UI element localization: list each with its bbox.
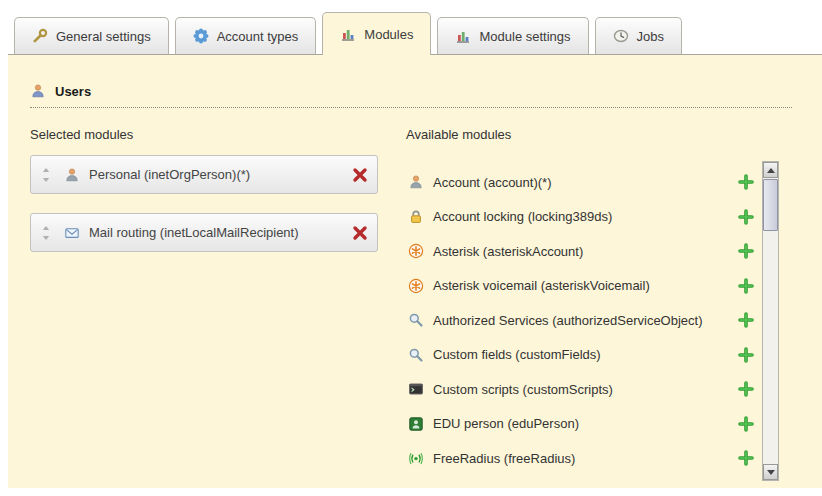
section-title: Users [55, 84, 91, 99]
magnifier-icon [408, 347, 424, 363]
users-section-header: Users [30, 83, 792, 108]
available-module-label: Custom fields (customFields) [433, 347, 738, 362]
tab-label: Jobs [637, 29, 664, 44]
selected-module-label: Personal (inetOrgPerson)(*) [89, 167, 352, 182]
available-module-label: Account (account)(*) [433, 175, 738, 190]
mail-icon [64, 225, 80, 241]
available-module-label: Asterisk (asteriskAccount) [433, 244, 738, 259]
selected-module-label: Mail routing (inetLocalMailRecipient) [89, 225, 352, 240]
modules-panel: Users Selected modules Available modules… [8, 55, 822, 488]
badge-icon [193, 28, 209, 44]
tab-label: General settings [56, 29, 151, 44]
edu-person-icon [408, 416, 424, 432]
add-module-button[interactable] [738, 209, 754, 225]
user-icon [30, 83, 46, 99]
available-modules-heading: Available modules [406, 127, 511, 142]
available-module-row: Asterisk (asteriskAccount) [408, 234, 754, 269]
antenna-icon [408, 450, 424, 466]
tab-jobs[interactable]: Jobs [595, 17, 682, 54]
available-module-row: Custom scripts (customScripts) [408, 372, 754, 407]
selected-modules-list: Personal (inetOrgPerson)(*) Mail routing… [30, 155, 378, 271]
remove-module-button[interactable] [352, 225, 368, 241]
magnifier-icon [408, 312, 424, 328]
selected-modules-heading: Selected modules [30, 127, 133, 142]
drag-handle-icon[interactable] [40, 225, 52, 241]
tab-bar: General settings Account types Modules M… [8, 10, 822, 55]
person-icon [408, 174, 424, 190]
tab-label: Account types [217, 29, 299, 44]
add-module-button[interactable] [738, 347, 754, 363]
asterisk-icon [408, 243, 424, 259]
available-module-label: Account locking (locking389ds) [433, 209, 738, 224]
chart-icon [340, 26, 356, 42]
tab-module-settings[interactable]: Module settings [437, 17, 588, 54]
lock-icon [408, 209, 424, 225]
clock-icon [613, 28, 629, 44]
tab-account-types[interactable]: Account types [175, 17, 317, 54]
arrow-up-icon [767, 168, 775, 173]
available-module-label: Custom scripts (customScripts) [433, 382, 738, 397]
available-module-label: EDU person (eduPerson) [433, 416, 738, 431]
available-module-row: EDU person (eduPerson) [408, 407, 754, 442]
wrench-icon [32, 28, 48, 44]
selected-module-row[interactable]: Mail routing (inetLocalMailRecipient) [30, 213, 378, 252]
available-module-label: Authorized Services (authorizedServiceOb… [433, 313, 738, 328]
asterisk-icon [408, 278, 424, 294]
scroll-down-button[interactable] [763, 464, 778, 480]
add-module-button[interactable] [738, 450, 754, 466]
add-module-button[interactable] [738, 174, 754, 190]
drag-handle-icon[interactable] [40, 167, 52, 183]
add-module-button[interactable] [738, 278, 754, 294]
available-module-row: Custom fields (customFields) [408, 338, 754, 373]
add-module-button[interactable] [738, 243, 754, 259]
chart-icon [455, 28, 471, 44]
available-module-label: FreeRadius (freeRadius) [433, 451, 738, 466]
scrollbar-thumb[interactable] [763, 179, 778, 231]
add-module-button[interactable] [738, 381, 754, 397]
available-modules-scrollbar[interactable] [762, 161, 779, 481]
available-modules-list: Account (account)(*) Account locking (lo… [408, 165, 754, 476]
arrow-down-icon [767, 470, 775, 475]
available-module-row: Authorized Services (authorizedServiceOb… [408, 303, 754, 338]
tab-label: Module settings [479, 29, 570, 44]
available-module-row: Account locking (locking389ds) [408, 200, 754, 235]
available-module-row: FreeRadius (freeRadius) [408, 441, 754, 476]
terminal-icon [408, 381, 424, 397]
available-module-row: Account (account)(*) [408, 165, 754, 200]
available-module-row: Asterisk voicemail (asteriskVoicemail) [408, 269, 754, 304]
add-module-button[interactable] [738, 416, 754, 432]
add-module-button[interactable] [738, 312, 754, 328]
remove-module-button[interactable] [352, 167, 368, 183]
tab-label: Modules [364, 27, 413, 42]
tab-modules[interactable]: Modules [322, 12, 431, 55]
tab-general-settings[interactable]: General settings [14, 17, 169, 54]
scroll-up-button[interactable] [763, 162, 778, 178]
person-icon [64, 167, 80, 183]
available-module-label: Asterisk voicemail (asteriskVoicemail) [433, 278, 738, 293]
selected-module-row[interactable]: Personal (inetOrgPerson)(*) [30, 155, 378, 194]
